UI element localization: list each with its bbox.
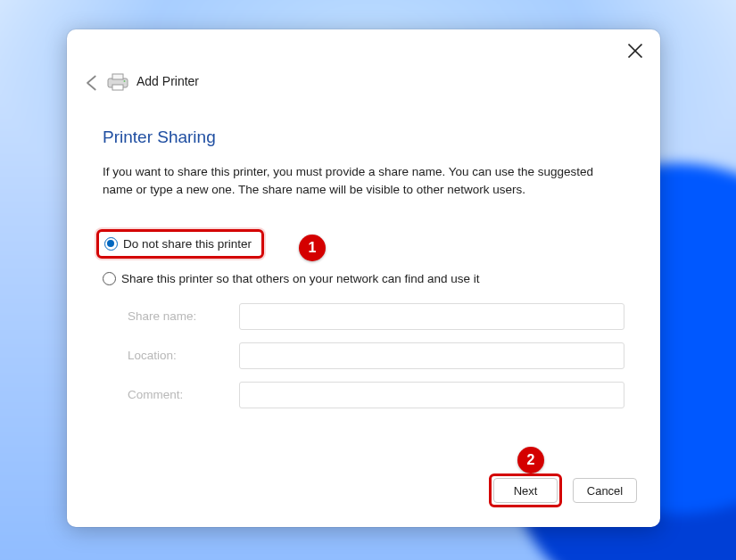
dialog-footer: Next Cancel [489, 474, 637, 507]
next-button[interactable]: Next [493, 478, 558, 503]
share-name-input [239, 303, 624, 330]
field-share-name: Share name: [128, 303, 624, 330]
option-label: Share this printer so that others on you… [121, 272, 479, 285]
field-comment: Comment: [128, 382, 624, 408]
svg-point-5 [124, 80, 126, 82]
dialog-content: Printer Sharing If you want to share thi… [103, 128, 624, 421]
comment-input [239, 382, 624, 408]
radio-icon [104, 237, 118, 251]
arrow-left-icon [83, 74, 101, 92]
svg-rect-3 [112, 74, 123, 79]
location-input [239, 342, 624, 369]
close-icon [626, 42, 644, 60]
field-label: Share name: [128, 309, 239, 323]
option-share[interactable]: Share this printer so that others on you… [103, 272, 624, 285]
radio-icon [103, 272, 116, 285]
option-do-not-share[interactable]: Do not share this printer [103, 235, 257, 252]
page-description: If you want to share this printer, you m… [103, 163, 602, 200]
close-button[interactable] [626, 42, 644, 60]
share-fields: Share name: Location: Comment: [128, 303, 624, 408]
field-label: Location: [128, 349, 239, 362]
sharing-options: Do not share this printer Share this pri… [103, 235, 624, 285]
annotation-highlight-2: Next [489, 474, 562, 507]
printer-icon [106, 72, 129, 92]
annotation-step-2: 2 [517, 447, 544, 474]
wizard-title: Add Printer [136, 74, 199, 88]
option-label: Do not share this printer [123, 237, 252, 251]
add-printer-dialog: Add Printer Printer Sharing If you want … [67, 29, 660, 527]
back-button[interactable] [83, 74, 101, 92]
svg-rect-4 [112, 85, 123, 90]
field-label: Comment: [128, 388, 239, 401]
page-heading: Printer Sharing [103, 128, 624, 147]
field-location: Location: [128, 342, 624, 369]
cancel-button[interactable]: Cancel [573, 478, 637, 503]
